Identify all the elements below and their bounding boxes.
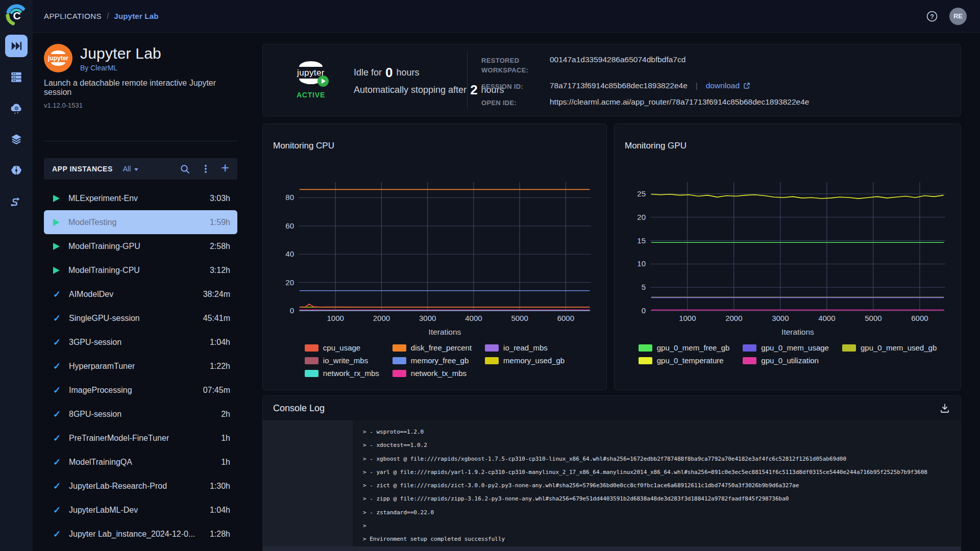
app-instance-row[interactable]: ✓SingleGPU-session45:41m bbox=[44, 306, 237, 330]
svg-text:40: 40 bbox=[285, 249, 294, 258]
legend-item-gpu_0_temperature[interactable]: gpu_0_temperature bbox=[639, 356, 730, 365]
instance-duration: 2:58h bbox=[206, 242, 230, 251]
app-instance-row[interactable]: ✓8GPU-session2h bbox=[44, 402, 237, 426]
app-instance-row[interactable]: ModelTraining-CPU3:12h bbox=[44, 258, 237, 282]
app-version: v1.12.0-1531 bbox=[44, 102, 237, 109]
kebab-menu-icon bbox=[201, 164, 210, 174]
log-result-row: 2024-12-20 17:10:43 ClearML results page… bbox=[263, 546, 961, 551]
app-instance-row[interactable]: ✓Jupyter Lab_instance_2024-12-0...1:08h bbox=[44, 546, 237, 551]
console-log-title: Console Log bbox=[273, 403, 939, 414]
legend-item-network_rx_mbs[interactable]: network_rx_mbs bbox=[305, 369, 379, 378]
completed-check-icon: ✓ bbox=[53, 410, 60, 419]
instance-duration: 3:03h bbox=[206, 194, 230, 203]
legend-label: network_tx_mbs bbox=[411, 369, 467, 378]
instance-name: ModelTraining-CPU bbox=[68, 266, 140, 275]
legend-item-io_read_mbs[interactable]: io_read_mbs bbox=[485, 343, 565, 352]
restored-workspace-value: 00147a1d33594286a65074dbfbdfa7cd bbox=[550, 55, 950, 64]
search-button[interactable] bbox=[180, 164, 190, 174]
more-options-button[interactable] bbox=[201, 164, 210, 174]
svg-text:⚙: ⚙ bbox=[14, 105, 18, 111]
nav-pipelines[interactable] bbox=[5, 190, 28, 213]
svg-text:2000: 2000 bbox=[373, 314, 390, 322]
legend-item-gpu_0_mem_used_gb[interactable]: gpu_0_mem_used_gb bbox=[842, 343, 937, 352]
completed-check-icon: ✓ bbox=[53, 506, 60, 515]
app-byline[interactable]: By ClearML bbox=[80, 64, 161, 72]
legend-label: memory_free_gb bbox=[411, 356, 469, 365]
autostop-hours-value: 2 bbox=[470, 83, 477, 96]
cpu-chart-plot[interactable]: 020406080100020003000400050006000 bbox=[273, 179, 597, 324]
instance-duration: 1:59h bbox=[206, 218, 230, 227]
app-instances-title: APP INSTANCES bbox=[52, 165, 113, 173]
app-instance-row[interactable]: ✓HyperparamTuner1:22h bbox=[44, 354, 237, 378]
instance-name: SingleGPU-session bbox=[69, 314, 140, 323]
completed-check-icon: ✓ bbox=[53, 362, 60, 371]
log-line: > - zict @ file:///rapids/zict-3.0.0-py2… bbox=[263, 479, 961, 492]
legend-item-cpu_usage[interactable]: cpu_usage bbox=[305, 343, 379, 352]
svg-text:1000: 1000 bbox=[679, 314, 696, 322]
legend-label: gpu_0_mem_usage bbox=[761, 343, 829, 352]
log-line: > Environment setup completed successful… bbox=[263, 533, 961, 546]
panel-divider bbox=[44, 141, 237, 141]
value-separator: | bbox=[696, 81, 698, 90]
completed-check-icon: ✓ bbox=[53, 530, 60, 539]
instance-duration: 1h bbox=[217, 434, 230, 443]
app-instance-row[interactable]: ✓AIModelDev38:24m bbox=[44, 282, 237, 306]
breadcrumb-applications[interactable]: APPLICATIONS bbox=[44, 12, 102, 20]
svg-text:5000: 5000 bbox=[511, 314, 528, 322]
legend-item-gpu_0_utilization[interactable]: gpu_0_utilization bbox=[743, 356, 829, 365]
help-icon[interactable]: ? bbox=[926, 10, 938, 22]
legend-swatch bbox=[305, 357, 318, 364]
instance-duration: 1h bbox=[217, 458, 230, 467]
app-instance-row[interactable]: ✓PreTrainerModel-FineTuner1h bbox=[44, 426, 237, 450]
legend-item-gpu_0_mem_free_gb[interactable]: gpu_0_mem_free_gb bbox=[639, 343, 730, 352]
user-avatar[interactable]: RE bbox=[949, 8, 967, 25]
legend-item-memory_free_gb[interactable]: memory_free_gb bbox=[393, 356, 472, 365]
top-bar: APPLICATIONS / Jupyter Lab ? RE bbox=[33, 0, 980, 33]
nav-models[interactable] bbox=[5, 159, 28, 182]
completed-check-icon: ✓ bbox=[53, 482, 60, 491]
app-instance-row[interactable]: ModelTesting1:59h bbox=[44, 210, 237, 234]
console-log-output[interactable]: > - wsproto==1.2.0> - xdoctest==1.0.2> -… bbox=[263, 420, 961, 551]
legend-item-gpu_0_mem_usage[interactable]: gpu_0_mem_usage bbox=[743, 343, 829, 352]
app-instance-row[interactable]: ✓ImageProcessing07:45m bbox=[44, 378, 237, 402]
legend-item-io_write_mbs[interactable]: io_write_mbs bbox=[305, 356, 379, 365]
open-ide-url[interactable]: https://clearml.acme.ai/app_router/78a71… bbox=[550, 97, 950, 107]
app-instance-row[interactable]: ✓3GPU-session1:04h bbox=[44, 330, 237, 354]
breadcrumb-separator: / bbox=[107, 12, 109, 21]
app-instance-row[interactable]: ✓JupyterLab-Research-Prod1:30h bbox=[44, 474, 237, 498]
add-instance-button[interactable]: + bbox=[221, 161, 229, 175]
nav-datasets[interactable] bbox=[5, 128, 28, 151]
legend-item-network_tx_mbs[interactable]: network_tx_mbs bbox=[393, 369, 472, 378]
clearml-logo-icon[interactable]: C bbox=[5, 4, 28, 27]
nav-autoscalers[interactable]: ⚙ bbox=[5, 97, 28, 119]
legend-item-memory_used_gb[interactable]: memory_used_gb bbox=[485, 356, 565, 365]
app-instance-row[interactable]: ModelTraining-GPU2:58h bbox=[44, 234, 237, 258]
filter-value: All bbox=[123, 165, 131, 173]
app-instance-row[interactable]: ✓ModelTrainingQA1h bbox=[44, 450, 237, 474]
app-instance-row[interactable]: ✓Jupyter Lab_instance_2024-12-0...1:28h bbox=[44, 522, 237, 546]
legend-label: io_write_mbs bbox=[323, 356, 368, 365]
completed-check-icon: ✓ bbox=[53, 338, 60, 347]
nav-applications[interactable] bbox=[5, 35, 28, 57]
nav-workers[interactable] bbox=[5, 66, 28, 88]
svg-text:20: 20 bbox=[637, 213, 646, 221]
legend-label: network_rx_mbs bbox=[323, 369, 379, 378]
app-description: Launch a detachable remote interactive J… bbox=[44, 79, 237, 97]
download-log-icon[interactable] bbox=[939, 403, 950, 414]
instances-filter-dropdown[interactable]: All bbox=[123, 165, 139, 173]
download-link[interactable]: download bbox=[706, 81, 750, 90]
svg-text:0: 0 bbox=[642, 306, 646, 315]
completed-check-icon: ✓ bbox=[53, 434, 60, 443]
session-status-card: jupyter ACTIVE Idle for 0 hours Automati… bbox=[262, 44, 961, 116]
instance-name: PreTrainerModel-FineTuner bbox=[69, 434, 169, 443]
log-line: > bbox=[263, 519, 961, 533]
app-instance-row[interactable]: ✓JupyterLabML-Dev1:04h bbox=[44, 498, 237, 522]
log-line: > - xdoctest==1.0.2 bbox=[263, 439, 961, 452]
legend-item-disk_free_percent[interactable]: disk_free_percent bbox=[393, 343, 472, 352]
svg-text:?: ? bbox=[930, 13, 934, 20]
gpu-chart-plot[interactable]: 0510152025100020003000400050006000 bbox=[625, 179, 951, 324]
svg-text:6000: 6000 bbox=[557, 314, 574, 322]
svg-text:25: 25 bbox=[637, 189, 646, 198]
app-instance-row[interactable]: MLExperiment-Env3:03h bbox=[44, 186, 237, 210]
svg-text:60: 60 bbox=[285, 221, 294, 230]
